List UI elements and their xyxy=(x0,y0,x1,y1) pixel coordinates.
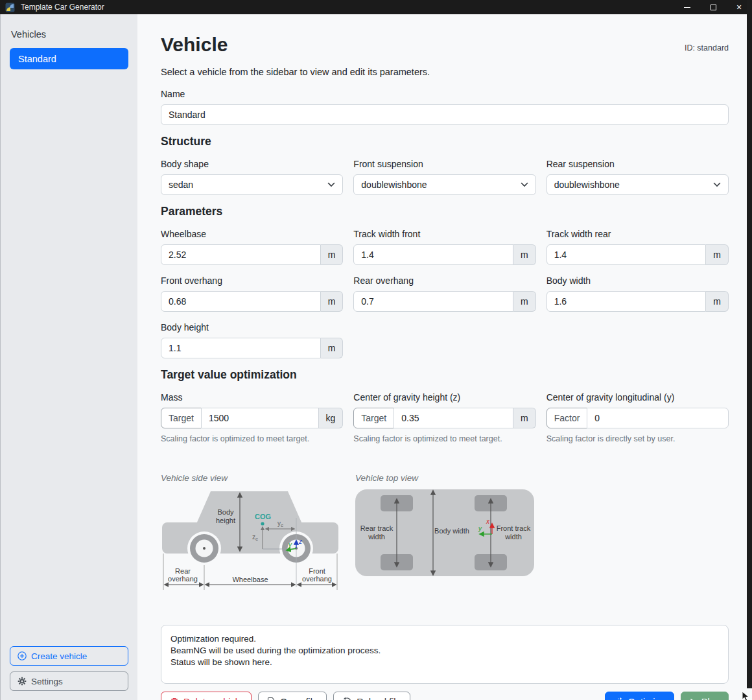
body-height-label: Body height xyxy=(161,322,343,332)
open-file-label: Open file xyxy=(280,697,318,700)
front-overhang-label-1: Front xyxy=(309,567,325,575)
track-width-front-input[interactable] xyxy=(353,244,513,265)
top-view-diagram: Vehicle top view xyxy=(355,473,534,577)
create-vehicle-button[interactable]: Create vehicle xyxy=(10,646,128,666)
status-box: Optimization required. BeamNG will be us… xyxy=(161,625,729,684)
body-shape-value: sedan xyxy=(169,180,327,190)
front-overhang-input[interactable] xyxy=(161,291,321,312)
page-subtitle: Select a vehicle from the sidebar to vie… xyxy=(161,67,729,77)
wheelbase-label: Wheelbase xyxy=(161,229,343,239)
side-body-height-label-2: height xyxy=(216,517,235,524)
wheelbase-unit: m xyxy=(321,244,344,265)
wheelbase-input[interactable] xyxy=(161,244,321,265)
structure-heading: Structure xyxy=(161,135,729,148)
window-controls: × xyxy=(674,0,752,14)
window-edge xyxy=(747,0,752,688)
body-width-label: Body width xyxy=(546,275,729,286)
delete-vehicle-button[interactable]: Delete vehicle xyxy=(161,692,252,700)
main-panel: Vehicle ID: standard Select a vehicle fr… xyxy=(137,14,752,700)
rear-track-label-2: width xyxy=(368,533,385,541)
file-icon xyxy=(267,697,276,700)
track-width-rear-unit: m xyxy=(706,244,729,265)
name-label: Name xyxy=(161,89,729,99)
front-suspension-label: Front suspension xyxy=(353,159,535,169)
play-label: Play xyxy=(701,697,720,700)
top-y-axis-label: y xyxy=(478,525,482,532)
trash-icon xyxy=(170,697,179,700)
top-x-axis-label: x xyxy=(486,518,490,525)
track-width-rear-input[interactable] xyxy=(546,244,707,265)
footer-actions: Delete vehicle Open file Reload fil xyxy=(161,692,729,700)
body-shape-label: Body shape xyxy=(161,159,343,169)
play-button[interactable]: Play xyxy=(681,692,729,700)
magic-wand-icon xyxy=(614,697,624,700)
optimization-heading: Target value optimization xyxy=(161,368,729,382)
cog-longitudinal-mode-button[interactable]: Factor xyxy=(546,408,588,428)
chevron-down-icon xyxy=(521,182,528,187)
settings-button[interactable]: Settings xyxy=(10,671,128,691)
track-width-rear-label: Track width rear xyxy=(546,229,729,239)
rear-suspension-label: Rear suspension xyxy=(546,159,729,169)
sidebar-item-standard[interactable]: Standard xyxy=(10,48,128,69)
plus-circle-icon xyxy=(18,651,27,660)
front-suspension-select[interactable]: doublewishbone xyxy=(353,174,535,195)
body-width-input[interactable] xyxy=(546,291,707,312)
side-y-axis-label: y xyxy=(288,541,292,548)
sidebar-footer: Create vehicle Settings xyxy=(10,646,128,691)
body-width-unit: m xyxy=(706,291,729,312)
cog-longitudinal-input[interactable] xyxy=(587,408,729,428)
rear-overhang-label-1: Rear xyxy=(175,567,191,575)
body-height-input[interactable] xyxy=(161,338,321,358)
rear-overhang-input[interactable] xyxy=(353,291,513,312)
reload-icon xyxy=(342,697,352,700)
reload-file-button[interactable]: Reload file xyxy=(333,692,410,700)
side-view-diagram: Vehicle side view xyxy=(161,473,338,591)
maximize-button[interactable] xyxy=(700,0,726,14)
maximize-icon xyxy=(711,5,716,10)
side-view-title: Vehicle side view xyxy=(161,473,338,483)
cog-longitudinal-label: Center of gravity longitudinal (y) xyxy=(546,392,729,402)
chevron-down-icon xyxy=(713,182,721,187)
sidebar-heading: Vehicles xyxy=(11,29,128,40)
body-shape-select[interactable]: sedan xyxy=(161,174,343,195)
mass-label: Mass xyxy=(161,392,343,402)
app-window: Template Car Generator × Vehicles Standa… xyxy=(0,0,752,700)
front-track-label-1: Front track xyxy=(497,524,531,532)
mass-unit: kg xyxy=(319,408,344,428)
rear-overhang-label: Rear overhang xyxy=(353,275,535,286)
status-line-3: Status will be shown here. xyxy=(170,657,719,668)
sidebar: Vehicles Standard Create vehicle xyxy=(0,14,137,700)
gear-icon xyxy=(18,677,27,686)
titlebar: Template Car Generator × xyxy=(0,0,752,14)
page-title: Vehicle xyxy=(161,34,228,56)
optimize-label: Optimize xyxy=(628,697,665,700)
rear-track-label-1: Rear track xyxy=(360,524,394,532)
cog-height-unit: m xyxy=(513,408,536,428)
cog-longitudinal-help-text: Scaling factor is directly set by user. xyxy=(546,434,729,443)
chevron-down-icon xyxy=(327,182,335,187)
cog-height-input[interactable] xyxy=(394,408,513,428)
delete-vehicle-label: Delete vehicle xyxy=(183,697,242,700)
app-icon xyxy=(5,3,15,12)
cog-label: COG xyxy=(255,513,271,520)
rear-suspension-select[interactable]: doublewishbone xyxy=(546,174,729,195)
optimize-button[interactable]: Optimize xyxy=(605,692,674,700)
front-track-label-2: width xyxy=(504,533,522,541)
name-input[interactable] xyxy=(161,104,729,125)
mass-input[interactable] xyxy=(201,408,319,428)
status-line-2: BeamNG will be used during the optimizat… xyxy=(170,645,719,657)
open-file-button[interactable]: Open file xyxy=(258,692,327,700)
cog-height-mode-button[interactable]: Target xyxy=(353,408,394,428)
front-suspension-value: doublewishbone xyxy=(361,180,520,190)
create-vehicle-label: Create vehicle xyxy=(31,651,87,661)
page-header: Vehicle ID: standard xyxy=(161,34,729,56)
front-overhang-unit: m xyxy=(321,291,344,312)
side-view-image: Body height COG yc zc xyxy=(161,489,338,591)
mass-mode-button[interactable]: Target xyxy=(161,408,202,428)
minimize-button[interactable] xyxy=(674,0,700,14)
track-width-front-label: Track width front xyxy=(353,229,535,239)
front-overhang-label-2: overhang xyxy=(302,575,332,583)
wheelbase-diagram-label: Wheelbase xyxy=(232,576,268,583)
status-line-1: Optimization required. xyxy=(170,633,719,645)
play-icon xyxy=(690,698,697,700)
